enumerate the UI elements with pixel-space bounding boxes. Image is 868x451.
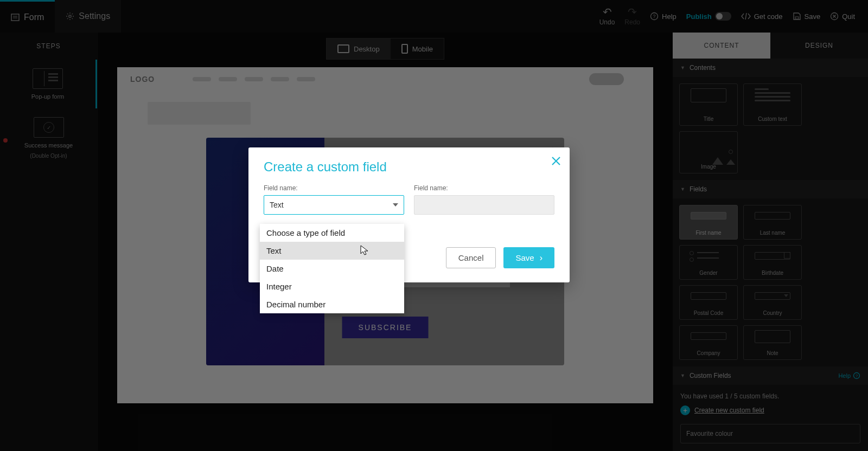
- field-type-select[interactable]: Text: [264, 195, 404, 215]
- option-label: Choose a type of field: [266, 228, 345, 237]
- dropdown-option[interactable]: Decimal number: [260, 295, 404, 313]
- dropdown-option[interactable]: Text: [260, 242, 404, 260]
- modal-close-button[interactable]: [550, 155, 562, 167]
- option-label: Date: [266, 264, 284, 273]
- option-label: Text: [266, 246, 282, 255]
- option-label: Decimal number: [266, 300, 326, 309]
- modal-title: Create a custom field: [264, 159, 554, 175]
- cancel-button[interactable]: Cancel: [446, 247, 496, 268]
- select-value: Text: [270, 201, 284, 209]
- close-icon: [550, 155, 562, 167]
- chevron-right-icon: ›: [540, 253, 542, 263]
- field-name-label: Field name:: [414, 184, 554, 192]
- cancel-label: Cancel: [458, 253, 484, 262]
- dropdown-option[interactable]: Choose a type of field: [260, 224, 404, 242]
- field-name-input[interactable]: [414, 195, 554, 215]
- field-type-label: Field name:: [264, 184, 404, 192]
- dropdown-option[interactable]: Integer: [260, 278, 404, 295]
- chevron-down-icon: [393, 203, 398, 207]
- save-button[interactable]: Save ›: [503, 247, 554, 268]
- dropdown-option[interactable]: Date: [260, 260, 404, 278]
- option-label: Integer: [266, 282, 292, 291]
- field-type-dropdown: Choose a type of field Text Date Integer…: [260, 224, 404, 313]
- save-label: Save: [515, 253, 534, 262]
